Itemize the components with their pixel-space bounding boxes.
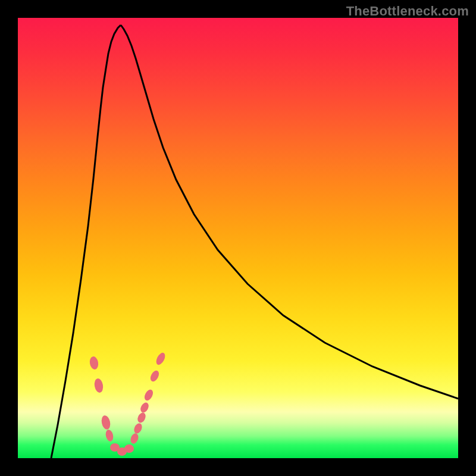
marker-right-g: [155, 351, 167, 366]
marker-left-c: [101, 415, 112, 430]
marker-left-a: [89, 356, 99, 370]
marker-left-b: [93, 378, 104, 393]
marker-group: [89, 351, 167, 456]
chart-frame: TheBottleneck.com: [0, 0, 476, 476]
marker-right-b: [133, 422, 143, 434]
marker-right-d: [139, 401, 150, 414]
marker-right-a: [129, 432, 140, 444]
chart-svg: [18, 18, 458, 458]
marker-left-d: [105, 429, 114, 442]
marker-right-e: [143, 388, 155, 402]
curve-left-branch: [51, 25, 121, 458]
watermark-text: TheBottleneck.com: [346, 4, 469, 19]
marker-right-f: [149, 369, 161, 383]
curve-right-branch: [121, 25, 458, 399]
marker-right-c: [136, 411, 148, 424]
chart-plot-area: [18, 18, 458, 458]
